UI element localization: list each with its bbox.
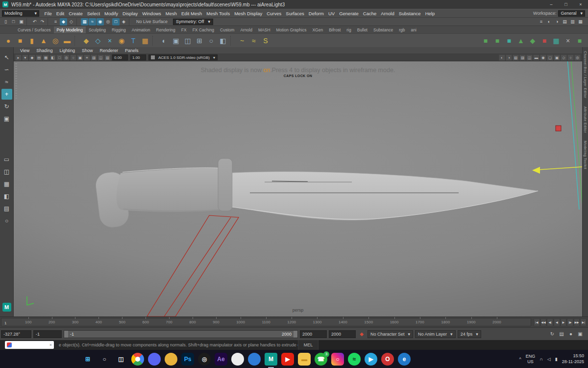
menu-item[interactable]: Edit Mesh — [179, 11, 204, 16]
gamma-field[interactable]: 1.00 — [130, 54, 146, 60]
menu-item[interactable]: Modify — [102, 11, 121, 16]
shelf-tab[interactable]: Substance — [370, 26, 396, 33]
lock-camera-icon[interactable]: ▾ — [22, 54, 28, 61]
select-hierarchy-icon[interactable]: ≡ — [52, 18, 59, 26]
menu-item[interactable]: Create — [67, 11, 85, 16]
script-input-area[interactable] — [318, 340, 588, 350]
menu-item[interactable]: Mesh Tools — [204, 11, 232, 16]
shelf-tab[interactable]: Rigging — [109, 26, 129, 33]
smooth-icon[interactable]: ○ — [206, 35, 217, 46]
make-live-icon[interactable]: ◈ — [120, 18, 127, 26]
custom-cube-green-icon[interactable]: ■ — [480, 35, 491, 46]
after-effects-icon[interactable]: Ae — [215, 353, 227, 366]
select-camera-icon[interactable]: ▸ — [15, 54, 22, 61]
gate-mask-icon[interactable]: ≡ — [84, 54, 90, 61]
area-light-manipulator[interactable] — [532, 61, 582, 210]
panel-menu-item[interactable]: Show — [78, 48, 97, 53]
shelf-tab[interactable]: FX Caching — [190, 26, 217, 33]
workspace-dropdown[interactable]: General ▾ — [558, 10, 585, 17]
custom-cone-green-icon[interactable]: ▲ — [515, 35, 526, 46]
shelf-tab[interactable]: MASH — [255, 26, 273, 33]
poly-torus-icon[interactable]: ◎ — [50, 35, 61, 46]
extrude-icon[interactable]: ⊞ — [194, 35, 205, 46]
panel-menu-item[interactable]: View — [17, 48, 33, 53]
select-object-icon[interactable]: ◆ — [60, 18, 67, 26]
single-pane-layout-icon[interactable]: ▭ — [1, 154, 12, 165]
anim-settings-icon[interactable]: ▤ — [558, 330, 565, 338]
shadows-icon[interactable]: ◑ — [506, 54, 512, 61]
menu-item[interactable]: File — [42, 11, 54, 16]
custom-diamond-green-icon[interactable]: ◆ — [527, 35, 538, 46]
hypergraph-layout-icon[interactable]: ▤ — [1, 203, 12, 214]
grease-pencil-icon[interactable]: □ — [56, 54, 63, 61]
construction-history-icon[interactable]: ≡ — [538, 18, 545, 26]
symmetry-dropdown[interactable]: Symmetry: Off ▾ — [173, 19, 213, 25]
edge-icon[interactable]: e — [398, 353, 411, 366]
chrome-icon[interactable] — [131, 353, 144, 366]
anim-layer-dropdown[interactable]: No Anim Layer ▾ — [415, 330, 456, 338]
outliner-layout-icon[interactable]: ◧ — [1, 191, 12, 202]
shelf-tab[interactable]: Bullet — [354, 26, 370, 33]
separator[interactable] — [230, 36, 235, 46]
play-forwards-button[interactable]: ▶ — [561, 318, 567, 326]
custom-delete-icon[interactable]: × — [563, 35, 573, 46]
go-to-start-button[interactable]: |◀ — [534, 318, 540, 326]
menu-item[interactable]: Mesh Display — [232, 11, 265, 16]
menu-item[interactable]: Help — [423, 11, 437, 16]
move-tool[interactable]: + — [1, 89, 12, 100]
lasso-tool[interactable]: ∽ — [1, 64, 12, 75]
film-gate-icon[interactable]: ○ — [70, 54, 76, 61]
time-slider[interactable]: 1002003004005006007008009001000110012001… — [1, 318, 531, 326]
type-tool-icon[interactable]: T — [128, 35, 139, 46]
save-scene-icon[interactable]: ▣ — [18, 18, 25, 26]
custom-cube-green3-icon[interactable]: ■ — [574, 35, 585, 46]
command-input[interactable]: × — [5, 341, 54, 349]
instagram-icon[interactable]: ○ — [331, 353, 344, 366]
vscode-icon[interactable] — [248, 353, 261, 366]
step-forward-key-button[interactable]: |▶ — [567, 318, 573, 326]
snap-point-icon[interactable]: ◉ — [97, 18, 104, 26]
sidebar-tab[interactable]: Attribute Editor — [584, 106, 587, 133]
maximize-button[interactable]: □ — [559, 0, 573, 9]
custom-cube-teal-icon[interactable]: ■ — [504, 35, 514, 46]
close-icon[interactable]: × — [49, 342, 52, 347]
new-scene-icon[interactable]: ▯ — [2, 18, 9, 26]
scale-tool[interactable]: ▣ — [1, 113, 12, 124]
poly-sphere-icon[interactable]: ● — [3, 35, 14, 46]
poly-cylinder-icon[interactable]: ▮ — [26, 35, 37, 46]
step-forward-frame-button[interactable]: ▶▶ — [574, 318, 580, 326]
volume-icon[interactable]: ◁ — [547, 357, 551, 362]
maya-icon[interactable]: M — [265, 353, 277, 366]
shelf-tab[interactable]: Sculpting — [86, 26, 109, 33]
select-tool[interactable]: ↖ — [1, 52, 12, 63]
menu-set-dropdown[interactable]: Modeling ▾ — [2, 10, 39, 17]
open-scene-icon[interactable]: □ — [10, 18, 17, 26]
select-component-icon[interactable]: ◇ — [68, 18, 75, 26]
separator[interactable] — [74, 36, 79, 46]
menu-item[interactable]: Substance — [396, 11, 423, 16]
shelf-tab[interactable]: Poly Modeling — [54, 26, 86, 33]
grid-toggle-icon[interactable]: ▦ — [577, 18, 584, 26]
arc-tool-icon[interactable]: S — [260, 35, 271, 46]
opera-icon[interactable]: O — [381, 353, 394, 366]
animation-end-field[interactable]: 2000 — [329, 330, 356, 338]
viewport-canvas[interactable]: Shaded display is now on.Press 4 to disp… — [14, 61, 582, 316]
step-back-frame-button[interactable]: ◀◀ — [540, 318, 547, 326]
two-pane-layout-icon[interactable]: ◫ — [1, 166, 12, 177]
file-explorer-icon[interactable]: ▬ — [298, 353, 311, 366]
sculpt-tool-icon[interactable]: ◆ — [81, 35, 92, 46]
character-set-dropdown[interactable]: No Character Set ▾ — [368, 330, 413, 338]
menu-item[interactable]: Surfaces — [284, 11, 307, 16]
display-layers-icon[interactable]: ▥ — [569, 18, 576, 26]
play-backwards-button[interactable]: ◀ — [554, 318, 560, 326]
sidebar-tab[interactable]: Modeling Toolkit — [584, 141, 587, 169]
panel-menu-item[interactable]: Shading — [33, 48, 56, 53]
four-pane-layout-icon[interactable]: ▦ — [1, 179, 12, 189]
menu-item[interactable]: Deform — [306, 11, 326, 16]
telegram-icon[interactable]: ▶ — [365, 353, 377, 366]
resolution-gate-icon[interactable]: ▣ — [77, 54, 83, 61]
spotify-icon[interactable]: ≈ — [348, 353, 361, 366]
target-weld-icon[interactable]: ◉ — [116, 35, 127, 46]
spacer[interactable] — [272, 35, 479, 46]
menu-item[interactable]: Arnold — [379, 11, 396, 16]
